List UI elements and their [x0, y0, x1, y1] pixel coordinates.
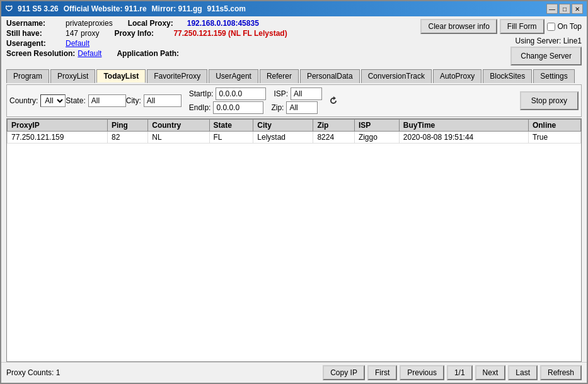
close-button[interactable]: ✕	[572, 4, 583, 14]
content-area: ProxyIP Ping Country State City Zip ISP …	[6, 118, 582, 362]
table-header: ProxyIP Ping Country State City Zip ISP …	[8, 120, 581, 132]
title-bar-left: 🛡 911 S5 3.26 Official Website: 911.re M…	[5, 4, 246, 13]
main-window: 🛡 911 S5 3.26 Official Website: 911.re M…	[0, 0, 588, 384]
tab-conversiontrack[interactable]: ConversionTrack	[361, 69, 432, 83]
col-proxy-ip[interactable]: ProxyIP	[8, 120, 108, 132]
isp-input[interactable]	[291, 88, 322, 100]
end-ip-input[interactable]	[213, 101, 263, 114]
country-filter: Country: All	[9, 94, 66, 107]
tab-autoproxy[interactable]: AutoProxy	[433, 69, 481, 83]
still-have-row: Still have: 147 proxy Proxy Info: 77.250…	[6, 29, 420, 38]
window-controls: — □ ✕	[546, 4, 583, 14]
table-row[interactable]: 77.250.121.15982NLFLLelystad8224Ziggo202…	[8, 132, 581, 144]
col-isp[interactable]: ISP	[354, 120, 399, 132]
ip-filters: StartIp: ISP: EndIp: Zip:	[189, 88, 322, 114]
title-bar: 🛡 911 S5 3.26 Official Website: 911.re M…	[1, 1, 587, 16]
using-server-row: Using Server: Line1	[516, 37, 582, 45]
city-filter: City:	[126, 94, 182, 107]
refresh-button[interactable]: Refresh	[540, 365, 582, 380]
screen-resolution-value[interactable]: Default	[78, 49, 101, 58]
username-row: Username: privateproxies Local Proxy: 19…	[6, 19, 420, 28]
end-ip-row: EndIp: Zip:	[189, 101, 322, 114]
useragent-row: Useragent: Default	[6, 39, 420, 48]
screen-resolution-row: Screen Resolution: Default Application P…	[6, 49, 420, 58]
proxy-info-label: Proxy Info:	[114, 29, 171, 38]
top-info-row: Username: privateproxies Local Proxy: 19…	[1, 16, 587, 67]
tab-settings[interactable]: Settings	[533, 69, 574, 83]
local-proxy-value: 192.168.0.108:45835	[187, 19, 259, 28]
city-input[interactable]	[144, 94, 182, 107]
tab-referer[interactable]: Referer	[260, 69, 299, 83]
copy-ip-button[interactable]: Copy IP	[323, 365, 365, 380]
table-cell: Ziggo	[354, 132, 399, 144]
tab-personaldata[interactable]: PersonalData	[300, 69, 360, 83]
table-cell: 82	[107, 132, 147, 144]
col-ping[interactable]: Ping	[107, 120, 147, 132]
proxy-counts: Proxy Counts: 1	[6, 368, 60, 377]
username-value: privateproxies	[66, 19, 113, 28]
state-input[interactable]	[88, 94, 126, 107]
using-server-label: Using Server:	[516, 37, 562, 45]
screen-resolution-label: Screen Resolution:	[6, 49, 75, 58]
previous-button[interactable]: Previous	[400, 365, 444, 380]
first-button[interactable]: First	[367, 365, 397, 380]
tab-todaylist[interactable]: TodayList	[96, 69, 146, 83]
top-buttons-row: Clear browser info Fill Form On Top	[420, 19, 582, 34]
refresh-icon[interactable]	[327, 94, 340, 107]
application-path-label: Application Path:	[117, 49, 179, 58]
using-server-area: Using Server: Line1 Change Server	[510, 37, 582, 65]
next-button[interactable]: Next	[475, 365, 506, 380]
tab-useragent[interactable]: UserAgent	[209, 69, 258, 83]
status-bar: Proxy Counts: 1 Copy IP First Previous 1…	[1, 362, 587, 383]
col-city[interactable]: City	[253, 120, 313, 132]
stop-proxy-button[interactable]: Stop proxy	[520, 91, 579, 110]
on-top-checkbox[interactable]	[547, 23, 555, 31]
col-online[interactable]: Online	[528, 120, 580, 132]
start-ip-input[interactable]	[216, 88, 266, 100]
last-button[interactable]: Last	[508, 365, 538, 380]
tab-proxylist[interactable]: ProxyList	[50, 69, 95, 83]
col-state[interactable]: State	[209, 120, 253, 132]
proxy-counts-label: Proxy Counts:	[6, 368, 54, 377]
end-ip-label: EndIp:	[189, 103, 211, 112]
change-server-button[interactable]: Change Server	[510, 47, 582, 65]
fill-form-button[interactable]: Fill Form	[500, 19, 545, 34]
proxy-table: ProxyIP Ping Country State City Zip ISP …	[7, 119, 581, 144]
on-top-label: On Top	[558, 22, 582, 31]
state-filter: State:	[66, 94, 125, 107]
filter-bar: Country: All State: City: StartIp: ISP: …	[6, 84, 582, 117]
tab-bar: Program ProxyList TodayList FavoriteProx…	[1, 67, 587, 83]
local-proxy-label: Local Proxy:	[128, 19, 185, 28]
app-title: 911 S5 3.26	[18, 4, 59, 13]
country-label: Country:	[9, 96, 38, 105]
tab-blocksites[interactable]: BlockSites	[483, 69, 532, 83]
table-cell: Lelystad	[253, 132, 313, 144]
clear-browser-info-button[interactable]: Clear browser info	[420, 19, 497, 34]
table-body: 77.250.121.15982NLFLLelystad8224Ziggo202…	[8, 132, 581, 144]
official-website: Official Website: 911.re	[64, 4, 147, 13]
table-cell: True	[528, 132, 580, 144]
col-buy-time[interactable]: BuyTime	[399, 120, 528, 132]
top-info-right: Clear browser info Fill Form On Top Usin…	[420, 19, 582, 65]
proxy-table-container: ProxyIP Ping Country State City Zip ISP …	[6, 118, 582, 362]
proxy-label: proxy	[81, 29, 99, 38]
alt-domain: 911s5.com	[207, 4, 246, 13]
country-select[interactable]: All	[40, 94, 66, 107]
zip-label: Zip:	[271, 103, 284, 112]
city-label: City:	[126, 96, 141, 105]
table-cell: 77.250.121.159	[8, 132, 108, 144]
tab-program[interactable]: Program	[6, 69, 49, 83]
useragent-value[interactable]: Default	[66, 39, 89, 48]
minimize-button[interactable]: —	[546, 4, 558, 14]
col-zip[interactable]: Zip	[313, 120, 354, 132]
mirror-label: Mirror: 911.gg	[152, 4, 202, 13]
tab-favoriteproxy[interactable]: FavoriteProxy	[147, 69, 207, 83]
zip-input[interactable]	[286, 101, 318, 114]
start-ip-row: StartIp: ISP:	[189, 88, 322, 100]
still-have-value: 147	[66, 29, 78, 38]
useragent-label: Useragent:	[6, 39, 63, 48]
state-label: State:	[66, 96, 85, 105]
app-icon: 🛡	[5, 4, 13, 13]
col-country[interactable]: Country	[148, 120, 209, 132]
maximize-button[interactable]: □	[559, 4, 570, 14]
